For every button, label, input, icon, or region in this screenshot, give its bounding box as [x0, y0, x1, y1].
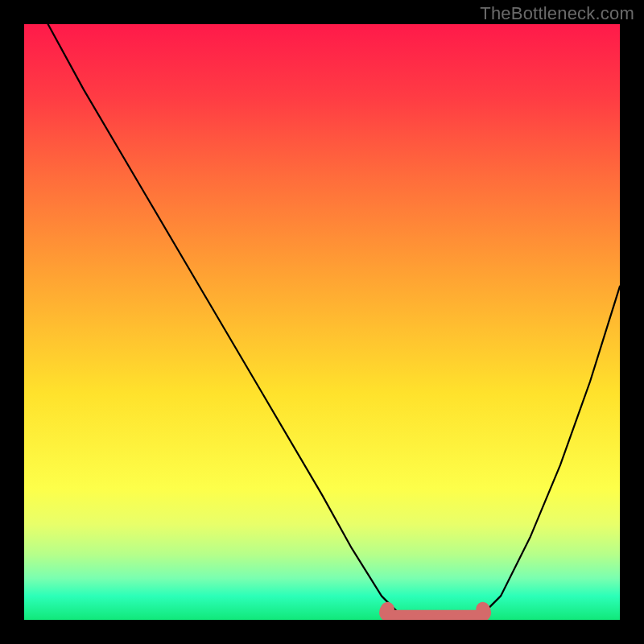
watermark-text: TheBottleneck.com	[480, 3, 634, 24]
highlight-path	[386, 609, 485, 617]
chart-svg	[24, 24, 620, 620]
chart-plot-area	[24, 24, 620, 620]
curve-path	[48, 24, 620, 620]
